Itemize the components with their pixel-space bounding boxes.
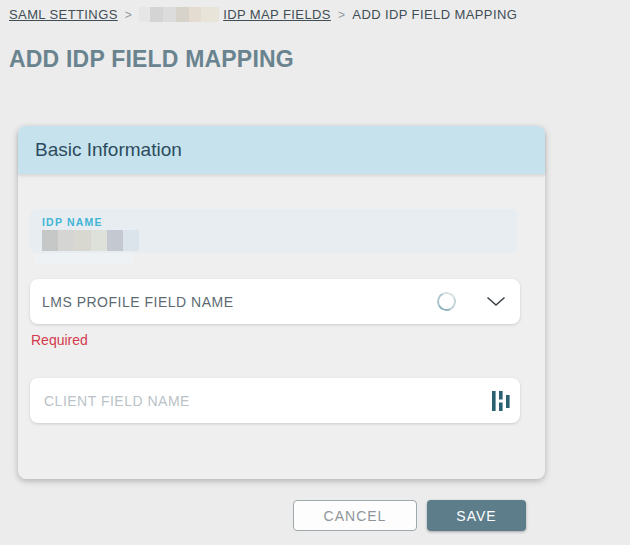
idp-name-field: IDP NAME [30, 209, 518, 253]
basic-information-card: Basic Information IDP NAME LMS PROFILE F… [18, 126, 545, 479]
breadcrumb-separator: > [338, 8, 345, 22]
page-title: ADD IDP FIELD MAPPING [9, 46, 294, 73]
breadcrumb-link-saml-settings[interactable]: SAML SETTINGS [9, 7, 118, 22]
card-body: IDP NAME LMS PROFILE FIELD NAME Required [18, 174, 545, 479]
chevron-down-icon [486, 296, 506, 307]
idp-name-label: IDP NAME [42, 216, 103, 228]
client-field-name-wrapper [30, 378, 520, 423]
lms-profile-field-label: LMS PROFILE FIELD NAME [42, 294, 437, 310]
breadcrumb-link-idp-map-fields[interactable]: IDP MAP FIELDS [139, 7, 331, 22]
redaction-artifact [35, 253, 133, 265]
redacted-idp-name-value [42, 230, 139, 251]
bars-icon [491, 390, 510, 412]
required-error-text: Required [31, 332, 88, 348]
breadcrumb: SAML SETTINGS > IDP MAP FIELDS > ADD IDP… [9, 7, 517, 22]
redacted-text-block [139, 7, 219, 22]
breadcrumb-separator: > [125, 8, 132, 22]
form-actions: CANCEL SAVE [293, 500, 526, 531]
client-field-name-input[interactable] [42, 392, 491, 410]
card-header-title: Basic Information [35, 139, 182, 161]
spinner-icon [435, 290, 459, 314]
card-header: Basic Information [18, 126, 545, 174]
cancel-button[interactable]: CANCEL [293, 500, 417, 531]
lms-profile-field-dropdown[interactable]: LMS PROFILE FIELD NAME [30, 279, 520, 324]
breadcrumb-current-page: ADD IDP FIELD MAPPING [352, 7, 517, 22]
save-button[interactable]: SAVE [427, 500, 526, 531]
breadcrumb-link-label: IDP MAP FIELDS [223, 7, 331, 22]
